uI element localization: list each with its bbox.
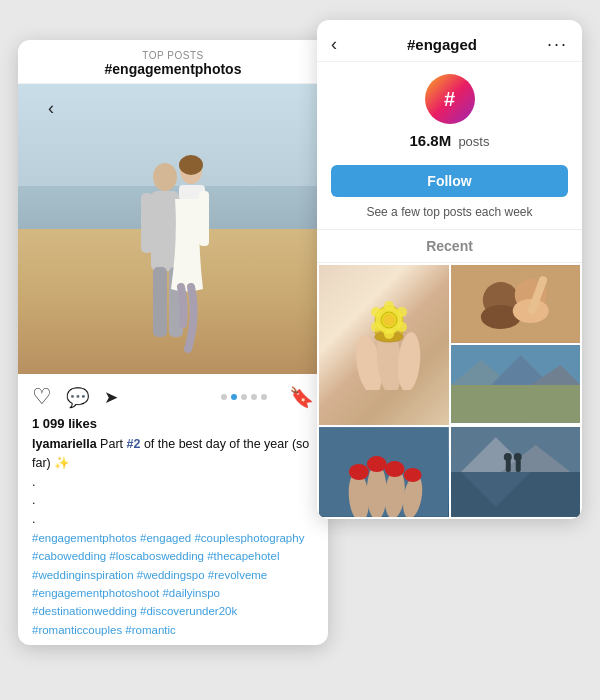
post-image xyxy=(18,84,328,374)
couple-small-svg xyxy=(451,265,581,343)
right-hashtag-title: #engaged xyxy=(407,36,477,53)
caption-text-part1: Part xyxy=(97,437,127,451)
svg-point-7 xyxy=(179,155,203,175)
svg-point-45 xyxy=(404,468,422,482)
svg-rect-2 xyxy=(141,193,153,253)
svg-point-43 xyxy=(367,456,387,472)
dot-2 xyxy=(231,394,237,400)
post-caption: lyamariella Part #2 of the best day of t… xyxy=(18,435,328,645)
right-card-profile: # 16.8M posts xyxy=(317,62,582,157)
dot-4 xyxy=(251,394,257,400)
comment-button[interactable]: 💬 xyxy=(66,386,90,409)
caption-hashtags: #engagementphotos #engaged #couplesphoto… xyxy=(32,529,314,639)
mountain-svg xyxy=(451,427,581,517)
dot-1 xyxy=(221,394,227,400)
svg-point-53 xyxy=(503,453,511,461)
svg-point-22 xyxy=(371,322,381,332)
posts-count-value: 16.8M posts xyxy=(331,132,568,149)
photo-grid xyxy=(317,263,582,427)
more-options-button[interactable]: ··· xyxy=(547,34,568,55)
ring-photo[interactable] xyxy=(319,265,449,425)
dot-5 xyxy=(261,394,267,400)
caption-dots2: . xyxy=(32,493,35,507)
svg-point-18 xyxy=(384,301,394,311)
follow-button[interactable]: Follow xyxy=(331,165,568,197)
nails-photo[interactable] xyxy=(319,427,449,517)
right-card-header: ‹ #engaged ··· xyxy=(317,20,582,62)
svg-point-44 xyxy=(385,461,405,477)
svg-point-42 xyxy=(349,464,369,480)
share-button[interactable]: ➤ xyxy=(104,387,118,408)
outdoor-photo[interactable] xyxy=(451,345,581,423)
like-button[interactable]: ♡ xyxy=(32,384,52,410)
post-username[interactable]: lyamariella xyxy=(32,437,97,451)
recent-tab-label[interactable]: Recent xyxy=(317,229,582,263)
outdoor-svg xyxy=(451,345,581,423)
caption-dots3: . xyxy=(32,512,35,526)
svg-point-0 xyxy=(153,163,177,191)
top-posts-label: TOP POSTS xyxy=(32,50,314,61)
caption-highlight: #2 xyxy=(127,437,141,451)
left-back-button[interactable]: ‹ xyxy=(48,98,54,119)
left-card-header: TOP POSTS #engagementphotos xyxy=(18,40,328,84)
post-actions: ♡ 💬 ➤ 🔖 xyxy=(18,374,328,416)
svg-rect-9 xyxy=(199,191,209,246)
svg-rect-36 xyxy=(451,385,581,423)
hashtag-avatar: # xyxy=(425,74,475,124)
caption-dots: . xyxy=(32,475,35,489)
couple-small-photo[interactable] xyxy=(451,265,581,343)
ring-svg xyxy=(334,290,434,390)
left-hashtag-title: #engagementphotos xyxy=(32,61,314,77)
svg-point-19 xyxy=(397,307,407,317)
svg-point-55 xyxy=(513,453,521,461)
mountain-photo[interactable] xyxy=(451,427,581,517)
svg-point-20 xyxy=(397,322,407,332)
carousel-dots xyxy=(221,394,267,400)
posts-count-label: posts xyxy=(458,134,489,149)
posts-count-number: 16.8M xyxy=(410,132,452,149)
svg-point-24 xyxy=(383,314,395,326)
grid-bottom-row xyxy=(317,427,582,519)
bookmark-button[interactable]: 🔖 xyxy=(289,385,314,409)
svg-rect-4 xyxy=(153,267,167,337)
likes-count: 1 099 likes xyxy=(18,416,328,435)
right-back-button[interactable]: ‹ xyxy=(331,34,337,55)
see-top-posts-label: See a few top posts each week xyxy=(317,205,582,229)
svg-point-23 xyxy=(371,307,381,317)
svg-point-21 xyxy=(384,329,394,339)
nails-svg xyxy=(319,427,449,517)
left-card: TOP POSTS #engagementphotos ‹ xyxy=(18,40,328,645)
dot-3 xyxy=(241,394,247,400)
couple-svg xyxy=(113,149,233,359)
right-card: ‹ #engaged ··· # 16.8M posts Follow See … xyxy=(317,20,582,519)
